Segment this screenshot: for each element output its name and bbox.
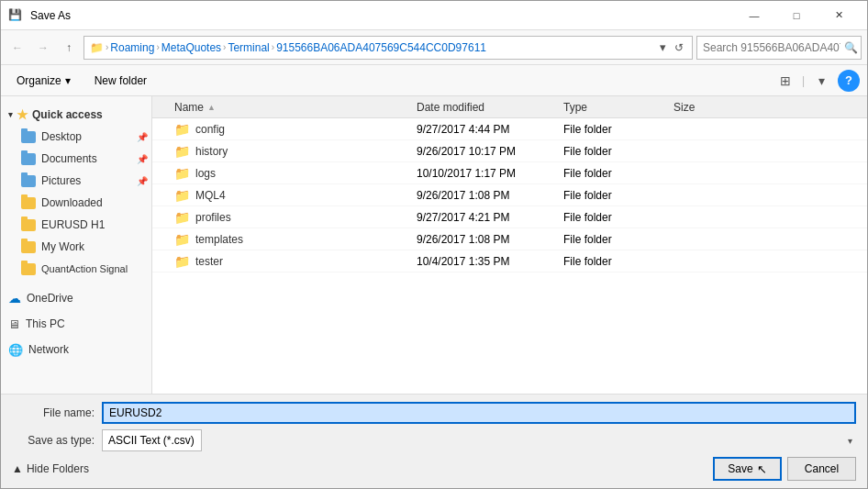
address-bar[interactable]: 📁 › Roaming › MetaQuotes › Terminal › 91… xyxy=(83,36,693,60)
col-header-date[interactable]: Date modified xyxy=(409,101,556,114)
mywork-label: My Work xyxy=(41,240,84,253)
file-type-cell: File folder xyxy=(556,233,666,246)
table-row[interactable]: 📁 history 9/26/2017 10:17 PM File folder xyxy=(152,140,867,162)
onedrive-label: OneDrive xyxy=(27,292,73,305)
main-content: ▾ ★ Quick access Desktop 📌 Documents 📌 P… xyxy=(1,96,867,394)
file-date-cell: 9/26/2017 1:08 PM xyxy=(409,233,556,246)
file-type-cell: File folder xyxy=(556,123,666,136)
organize-toolbar: Organize ▾ New folder ⊞ | ▾ ? xyxy=(1,65,867,96)
row-folder-icon: 📁 xyxy=(174,144,190,159)
table-row[interactable]: 📁 logs 10/10/2017 1:17 PM File folder xyxy=(152,162,867,184)
quick-access-header[interactable]: ▾ ★ Quick access xyxy=(1,104,151,126)
table-row[interactable]: 📁 profiles 9/27/2017 4:21 PM File folder xyxy=(152,206,867,228)
file-name-input[interactable] xyxy=(102,402,856,424)
row-folder-icon: 📁 xyxy=(174,188,190,203)
title-bar: 💾 Save As — □ ✕ xyxy=(1,1,867,30)
forward-button[interactable]: → xyxy=(32,37,54,59)
col-header-size[interactable]: Size xyxy=(666,101,740,114)
addr-hash[interactable]: 915566BA06ADA407569C544CC0D97611 xyxy=(276,41,486,54)
desktop-pin-icon: 📌 xyxy=(137,132,148,142)
file-name-cell: templates xyxy=(195,233,243,246)
toolbar-right: ⊞ | ▾ ? xyxy=(773,70,860,92)
address-parts: 📁 › Roaming › MetaQuotes › Terminal › 91… xyxy=(90,41,654,54)
table-row[interactable]: 📁 config 9/27/2017 4:44 PM File folder xyxy=(152,118,867,140)
quick-access-chevron: ▾ xyxy=(8,110,13,119)
organize-button[interactable]: Organize ▾ xyxy=(8,70,79,92)
sidebar-item-documents[interactable]: Documents 📌 xyxy=(1,148,151,170)
file-date-cell: 10/4/2017 1:35 PM xyxy=(409,255,556,268)
help-button[interactable]: ? xyxy=(838,70,860,92)
save-as-type-select[interactable]: ASCII Text (*.csv) xyxy=(102,429,202,451)
addr-metaquotes[interactable]: MetaQuotes xyxy=(161,41,221,54)
hide-folders-label: Hide Folders xyxy=(27,462,89,475)
mywork-folder-icon xyxy=(21,241,36,253)
file-rows-container: 📁 config 9/27/2017 4:44 PM File folder 📁… xyxy=(152,118,867,272)
save-button[interactable]: Save ↖ xyxy=(713,457,782,481)
sidebar: ▾ ★ Quick access Desktop 📌 Documents 📌 P… xyxy=(1,96,152,394)
file-type-cell: File folder xyxy=(556,255,666,268)
star-icon: ★ xyxy=(17,107,28,122)
eurusd-label: EURUSD H1 xyxy=(41,218,105,231)
col-header-name[interactable]: Name ▲ xyxy=(152,101,409,114)
address-dropdown-button[interactable]: ▾ xyxy=(658,40,668,54)
address-toolbar: ← → ↑ 📁 › Roaming › MetaQuotes › Termina… xyxy=(1,30,867,65)
sidebar-item-mywork[interactable]: My Work xyxy=(1,236,151,258)
sidebar-item-downloaded[interactable]: Downloaded xyxy=(1,192,151,214)
row-folder-icon: 📁 xyxy=(174,254,190,269)
row-folder-icon: 📁 xyxy=(174,166,190,181)
row-folder-icon: 📁 xyxy=(174,122,190,137)
bottom-buttons: ▲ Hide Folders Save ↖ Cancel xyxy=(12,457,856,481)
hide-folders-icon: ▲ xyxy=(12,462,23,475)
sidebar-item-desktop[interactable]: Desktop 📌 xyxy=(1,126,151,148)
file-date-cell: 9/26/2017 1:08 PM xyxy=(409,189,556,202)
search-icon: 🔍 xyxy=(844,41,858,54)
file-type-cell: File folder xyxy=(556,189,666,202)
file-name-row: File name: xyxy=(12,402,856,424)
sidebar-item-network[interactable]: 🌐 Network xyxy=(1,339,151,361)
file-name-cell: config xyxy=(195,123,225,136)
col-header-type[interactable]: Type xyxy=(556,101,666,114)
file-date-cell: 10/10/2017 1:17 PM xyxy=(409,167,556,180)
cursor-icon: ↖ xyxy=(757,462,767,476)
table-row[interactable]: 📁 tester 10/4/2017 1:35 PM File folder xyxy=(152,250,867,272)
view-button[interactable]: ⊞ xyxy=(773,70,798,92)
up-button[interactable]: ↑ xyxy=(58,37,80,59)
file-list-container: Name ▲ Date modified Type Size 📁 config … xyxy=(152,96,867,394)
sidebar-item-quantaction[interactable]: QuantAction Signal xyxy=(1,258,151,280)
minimize-button[interactable]: — xyxy=(733,1,775,30)
new-folder-button[interactable]: New folder xyxy=(86,70,155,92)
table-row[interactable]: 📁 templates 9/26/2017 1:08 PM File folde… xyxy=(152,228,867,250)
view-separator: | xyxy=(802,74,805,87)
file-name-cell: profiles xyxy=(195,211,231,224)
row-folder-icon: 📁 xyxy=(174,232,190,247)
sidebar-item-onedrive[interactable]: ☁ OneDrive xyxy=(1,287,151,309)
search-input[interactable] xyxy=(703,41,840,54)
this-pc-label: This PC xyxy=(26,317,65,330)
file-type-cell: File folder xyxy=(556,145,666,158)
organize-chevron: ▾ xyxy=(65,74,71,87)
addr-terminal[interactable]: Terminal xyxy=(228,41,269,54)
sidebar-item-eurusd[interactable]: EURUSD H1 xyxy=(1,214,151,236)
addr-roaming[interactable]: Roaming xyxy=(110,41,154,54)
save-as-type-label: Save as type: xyxy=(12,434,95,447)
save-as-type-wrapper: ASCII Text (*.csv) ▾ xyxy=(102,429,856,451)
sidebar-item-pictures[interactable]: Pictures 📌 xyxy=(1,170,151,192)
refresh-button[interactable]: ↺ xyxy=(672,41,686,54)
quick-access-label: Quick access xyxy=(32,108,103,121)
quantaction-folder-icon xyxy=(21,263,36,275)
pictures-folder-icon xyxy=(21,175,36,187)
close-button[interactable]: ✕ xyxy=(818,1,860,30)
table-row[interactable]: 📁 MQL4 9/26/2017 1:08 PM File folder xyxy=(152,184,867,206)
maximize-button[interactable]: □ xyxy=(775,1,818,30)
desktop-folder-icon xyxy=(21,131,36,143)
onedrive-icon: ☁ xyxy=(8,291,21,306)
cancel-button[interactable]: Cancel xyxy=(787,457,856,481)
view-dropdown-button[interactable]: ▾ xyxy=(808,70,834,92)
file-name-cell: tester xyxy=(195,255,223,268)
title-bar-left: 💾 Save As xyxy=(8,8,71,23)
organize-label: Organize xyxy=(17,74,61,87)
sidebar-item-this-pc[interactable]: 🖥 This PC xyxy=(1,313,151,335)
file-name-cell: MQL4 xyxy=(195,189,226,202)
back-button[interactable]: ← xyxy=(6,37,28,59)
hide-folders-link[interactable]: ▲ Hide Folders xyxy=(12,462,89,475)
